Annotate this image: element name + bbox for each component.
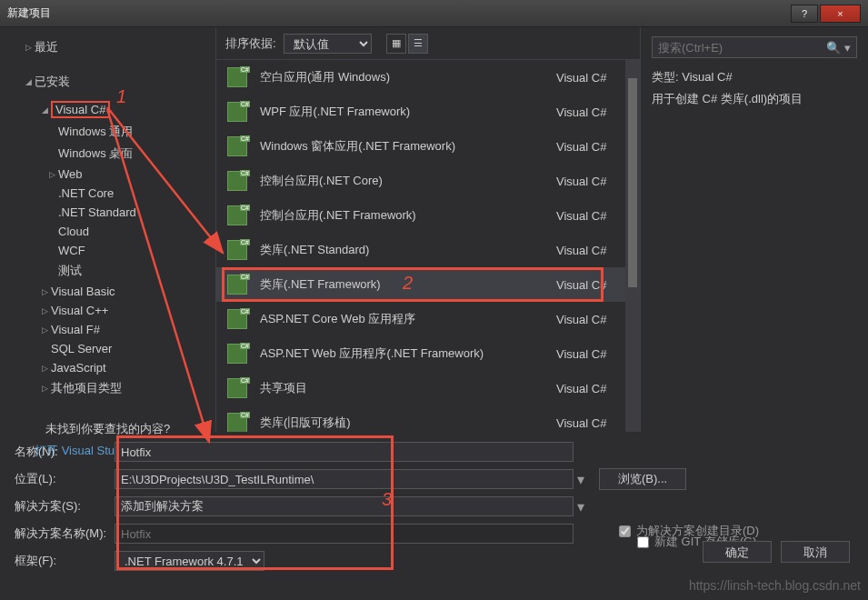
tree-other-types[interactable]: 其他项目类型 (7, 377, 208, 399)
search-input[interactable] (658, 41, 826, 55)
framework-label: 框架(F): (15, 553, 115, 569)
template-name: 控制台应用(.NET Core) (260, 173, 556, 189)
tree-visual-cpp[interactable]: Visual C++ (7, 301, 208, 320)
template-name: ASP.NET Core Web 应用程序 (260, 311, 556, 327)
tree-visual-fsharp[interactable]: Visual F# (7, 320, 208, 339)
tree-item[interactable]: Windows 桌面 (7, 143, 208, 165)
location-label: 位置(L): (15, 471, 115, 487)
template-icon (227, 240, 247, 260)
tree-item[interactable]: Web (7, 165, 208, 184)
center-toolbar: 排序依据: 默认值 ▦ ☰ (216, 27, 640, 60)
template-icon (227, 378, 247, 398)
tree-javascript[interactable]: JavaScript (7, 358, 208, 377)
window-title: 新建项目 (7, 5, 789, 21)
template-lang: Visual C# (556, 244, 629, 257)
tree-visual-basic[interactable]: Visual Basic (7, 282, 208, 301)
template-name: 类库(.NET Framework) (260, 276, 556, 293)
solution-label: 解决方案(S): (15, 498, 115, 515)
right-panel: 🔍 ▾ 类型: Visual C# 用于创建 C# 类库(.dll)的项目 (641, 27, 868, 432)
tree-item[interactable]: .NET Standard (7, 203, 208, 222)
template-row[interactable]: ASP.NET Core Web 应用程序Visual C# (216, 302, 640, 336)
left-tree: 最近 已安装 Visual C# Windows 通用 Windows 桌面 W… (0, 27, 216, 432)
sort-label: 排序依据: (225, 35, 276, 52)
type-label: 类型: Visual C# (652, 69, 857, 85)
name-input[interactable] (115, 442, 574, 462)
view-list-icon[interactable]: ☰ (408, 34, 428, 54)
watermark: https://linsh-tech.blog.csdn.net (689, 578, 861, 593)
bottom-form: 名称(N): 位置(L): ▾ 浏览(B)... 解决方案(S): ▾ 解决方案… (0, 432, 868, 572)
template-name: 类库(旧版可移植) (260, 415, 556, 431)
type-description: 用于创建 C# 类库(.dll)的项目 (652, 91, 857, 107)
titlebar: 新建项目 ? × (0, 0, 868, 27)
tree-visual-csharp[interactable]: Visual C# (7, 98, 208, 121)
template-icon (227, 309, 247, 329)
template-name: 类库(.NET Standard) (260, 242, 556, 258)
template-name: 空白应用(通用 Windows) (260, 69, 556, 85)
search-icon: 🔍 ▾ (826, 41, 851, 55)
template-icon (227, 136, 247, 156)
template-row[interactable]: 共享项目Visual C# (216, 371, 640, 405)
template-row[interactable]: 类库(.NET Standard)Visual C# (216, 233, 640, 267)
center-panel: 排序依据: 默认值 ▦ ☰ 空白应用(通用 Windows)Visual C#W… (216, 27, 641, 432)
template-row[interactable]: 空白应用(通用 Windows)Visual C# (216, 60, 640, 95)
template-lang: Visual C# (556, 313, 629, 326)
template-row[interactable]: 控制台应用(.NET Core)Visual C# (216, 164, 640, 198)
browse-button[interactable]: 浏览(B)... (599, 468, 686, 490)
close-button[interactable]: × (820, 5, 861, 23)
scrollbar[interactable] (625, 60, 640, 432)
template-row[interactable]: ASP.NET Web 应用程序(.NET Framework)Visual C… (216, 336, 640, 371)
solution-name-input (115, 524, 574, 544)
tree-item[interactable]: WCF (7, 241, 208, 260)
template-lang: Visual C# (556, 71, 629, 85)
template-lang: Visual C# (556, 105, 629, 119)
template-lang: Visual C# (556, 382, 629, 395)
ok-button[interactable]: 确定 (703, 541, 772, 563)
template-name: WPF 应用(.NET Framework) (260, 104, 556, 120)
tree-recent[interactable]: 最近 (7, 36, 208, 58)
location-input[interactable] (115, 469, 574, 489)
template-icon (227, 344, 247, 364)
template-name: 控制台应用(.NET Framework) (260, 207, 556, 224)
template-lang: Visual C# (556, 140, 629, 154)
template-lang: Visual C# (556, 209, 629, 223)
template-icon (227, 275, 247, 295)
name-label: 名称(N): (15, 444, 115, 460)
tree-item[interactable]: 测试 (7, 260, 208, 282)
template-name: ASP.NET Web 应用程序(.NET Framework) (260, 345, 556, 362)
template-row[interactable]: 类库(.NET Framework)Visual C# (216, 267, 640, 302)
template-row[interactable]: WPF 应用(.NET Framework)Visual C# (216, 95, 640, 129)
template-lang: Visual C# (556, 416, 629, 430)
solution-name-label: 解决方案名称(M): (15, 525, 115, 542)
tree-sql-server[interactable]: SQL Server (7, 339, 208, 358)
template-icon (227, 413, 247, 432)
template-lang: Visual C# (556, 278, 629, 292)
template-icon (227, 102, 247, 122)
template-name: 共享项目 (260, 380, 556, 396)
view-grid-icon[interactable]: ▦ (386, 34, 406, 54)
tree-item[interactable]: Windows 通用 (7, 121, 208, 143)
template-name: Windows 窗体应用(.NET Framework) (260, 138, 556, 155)
template-list: 空白应用(通用 Windows)Visual C#WPF 应用(.NET Fra… (216, 60, 640, 432)
template-row[interactable]: 类库(旧版可移植)Visual C# (216, 405, 640, 432)
template-row[interactable]: 控制台应用(.NET Framework)Visual C# (216, 198, 640, 233)
search-box[interactable]: 🔍 ▾ (652, 36, 857, 58)
help-button[interactable]: ? (791, 5, 818, 23)
tree-installed[interactable]: 已安装 (7, 71, 208, 93)
sort-select[interactable]: 默认值 (284, 34, 372, 54)
template-icon (227, 171, 247, 191)
cancel-button[interactable]: 取消 (781, 541, 850, 563)
solution-select[interactable] (115, 496, 574, 516)
framework-select[interactable]: .NET Framework 4.7.1 (115, 551, 264, 571)
template-lang: Visual C# (556, 347, 629, 361)
template-icon (227, 67, 247, 87)
template-icon (227, 205, 247, 225)
template-row[interactable]: Windows 窗体应用(.NET Framework)Visual C# (216, 129, 640, 164)
template-lang: Visual C# (556, 175, 629, 188)
tree-item[interactable]: Cloud (7, 222, 208, 241)
tree-item[interactable]: .NET Core (7, 184, 208, 203)
